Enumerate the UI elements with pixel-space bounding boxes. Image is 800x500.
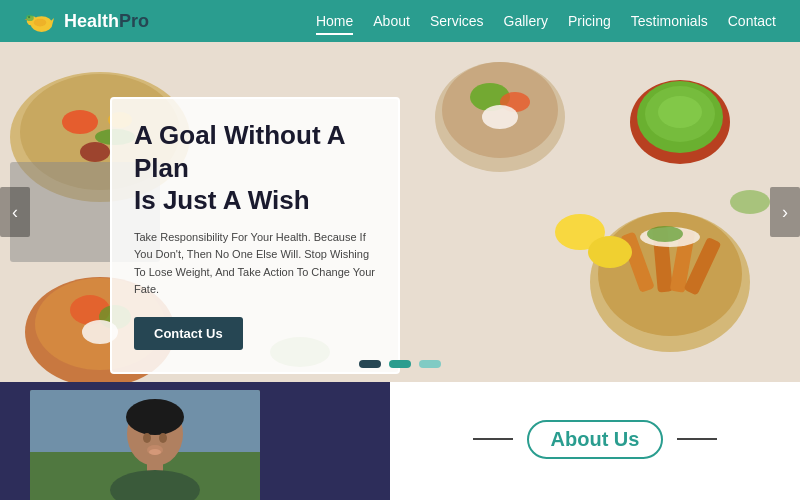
- svg-point-5: [34, 19, 46, 27]
- svg-point-41: [730, 190, 770, 214]
- nav-item-services[interactable]: Services: [430, 12, 484, 30]
- nav-item-pricing[interactable]: Pricing: [568, 12, 611, 30]
- nav-item-about[interactable]: About: [373, 12, 410, 30]
- brand-name: HealthPro: [64, 11, 149, 32]
- nav-item-gallery[interactable]: Gallery: [504, 12, 548, 30]
- hero-content-box: A Goal Without A Plan Is Just A Wish Tak…: [110, 97, 400, 374]
- slide-dot-2[interactable]: [389, 360, 411, 368]
- prev-slide-button[interactable]: ‹: [0, 187, 30, 237]
- svg-point-51: [159, 433, 167, 443]
- hero-title: A Goal Without A Plan Is Just A Wish: [134, 119, 376, 217]
- nav-menu: Home About Services Gallery Pricing Test…: [316, 12, 776, 30]
- contact-us-button[interactable]: Contact Us: [134, 317, 243, 350]
- about-line-right: [677, 438, 717, 440]
- svg-point-47: [126, 399, 184, 435]
- about-title: About Us: [551, 428, 640, 451]
- nav-item-home[interactable]: Home: [316, 12, 353, 30]
- svg-point-13: [80, 142, 110, 162]
- next-slide-button[interactable]: ›: [770, 187, 800, 237]
- person-photo: [0, 382, 390, 500]
- about-line-left: [473, 438, 513, 440]
- hero-section: A Goal Without A Plan Is Just A Wish Tak…: [0, 42, 800, 382]
- about-photo-panel: [0, 382, 390, 500]
- slide-dot-1[interactable]: [359, 360, 381, 368]
- svg-point-34: [588, 236, 632, 268]
- svg-point-50: [143, 433, 151, 443]
- slider-dots: [359, 360, 441, 368]
- svg-point-7: [26, 15, 34, 21]
- svg-point-24: [658, 96, 702, 128]
- slide-dot-3[interactable]: [419, 360, 441, 368]
- about-text-panel: About Us: [390, 382, 800, 500]
- brand-logo-icon: [24, 7, 56, 35]
- navbar: HealthPro Home About Services Gallery Pr…: [0, 0, 800, 42]
- bottom-section: About Us: [0, 382, 800, 500]
- about-badge: About Us: [527, 420, 664, 459]
- svg-point-32: [647, 226, 683, 242]
- about-heading-row: About Us: [473, 420, 718, 459]
- brand-logo-area: HealthPro: [24, 7, 149, 35]
- svg-point-11: [62, 110, 98, 134]
- svg-point-53: [149, 449, 161, 455]
- nav-item-contact[interactable]: Contact: [728, 12, 776, 30]
- svg-point-20: [482, 105, 518, 129]
- nav-item-testimonials[interactable]: Testimonials: [631, 12, 708, 30]
- hero-subtitle: Take Responsibility For Your Health. Bec…: [134, 229, 376, 299]
